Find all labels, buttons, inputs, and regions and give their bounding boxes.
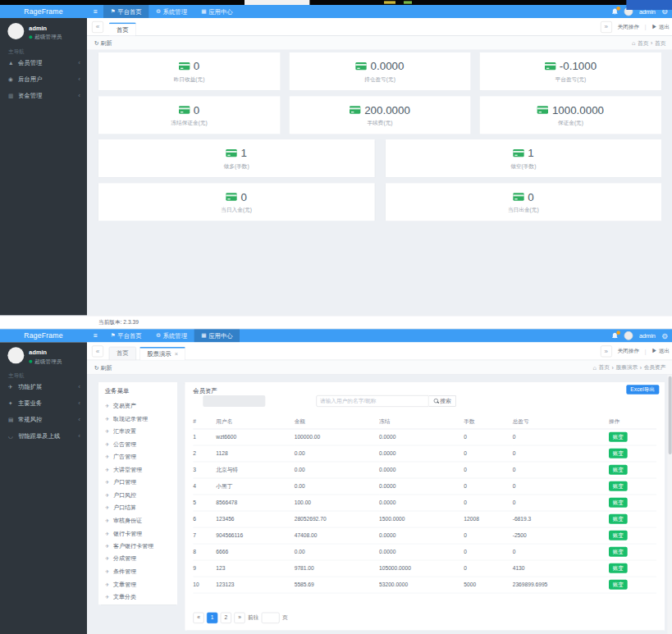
nav-item-apps[interactable]: ▦应用中心 [194,5,240,18]
user-avatar[interactable] [7,23,24,39]
settings-gear-icon[interactable]: ⚙ [661,331,668,340]
gear-icon: ⚙ [156,5,161,18]
close-actions-button[interactable]: 关闭操作 [617,347,639,354]
brand-logo[interactable]: RageFrame [0,329,87,342]
refresh-icon: ↻ [94,364,99,371]
member-menu-item[interactable]: ✈分成管理 [105,553,177,566]
tab-scroll-right[interactable]: » [601,21,612,33]
menu-bullet-icon: ✈ [105,416,110,422]
account-change-button[interactable]: 账变 [609,547,628,557]
member-menu-item[interactable]: ✈户口风控 [105,489,177,502]
refresh-button[interactable]: ↻ 刷新 [94,36,112,50]
navbar-username[interactable]: admin [639,332,656,339]
tab-home[interactable]: 首页 [109,347,136,361]
top-navbar: RageFrame ≡ ⚑平台首页 ⚙系统管理 ▦应用中心 admin ⚙ [0,329,672,342]
member-menu-item[interactable]: ✈户口结算 [105,502,177,515]
scrollbar[interactable] [667,375,672,634]
sidebar-item-smart-follow[interactable]: ◡智能跟单及上线‹ [0,427,87,444]
hamburger-icon[interactable]: ≡ [87,5,103,18]
tab-home[interactable]: 首页 [109,22,136,36]
member-assets-table: # 用户名 金额 冻结 手数 总盈亏 操作 1 wzt6600 100000.0… [193,414,656,593]
user-name: admin [29,25,62,31]
account-change-button[interactable]: 账变 [609,432,628,442]
chevron-left-icon: ‹ [78,75,80,83]
user-avatar[interactable] [7,347,24,363]
nav-item-platform-home[interactable]: ⚑平台首页 [103,5,149,18]
exit-button[interactable]: ▶ 退出 [651,347,670,354]
hamburger-icon[interactable]: ≡ [87,329,103,342]
tab-scroll-right[interactable]: » [601,345,612,357]
account-change-button[interactable]: 账变 [609,514,628,524]
exit-button[interactable]: ▶ 退出 [651,23,670,30]
member-menu-item[interactable]: ✈审核身份证 [105,514,177,527]
goto-page-input[interactable] [262,613,280,623]
user-role: 超级管理员 [34,358,62,365]
page-1[interactable]: 1 [207,613,217,623]
filter-input-disabled[interactable] [203,395,265,407]
account-change-button[interactable]: 账变 [609,563,628,573]
member-menu-title: 业务菜单 [105,387,177,395]
table-row: 8 6666 0.00 0.0000 0 0 账变 [193,544,656,560]
account-change-button[interactable]: 账变 [609,580,628,590]
member-menu-item[interactable]: ✈户口管理 [105,477,177,490]
account-change-button[interactable]: 账变 [609,531,628,540]
sidebar-item-risk-control[interactable]: ▤常规风控‹ [0,411,87,427]
member-menu-item[interactable]: ✈交易资产 [105,399,177,413]
bell-icon[interactable] [612,332,619,340]
nav-item-system[interactable]: ⚙系统管理 [149,5,194,18]
tab-scroll-left[interactable]: « [92,345,103,357]
menu-bullet-icon: ✈ [105,454,110,460]
account-change-button[interactable]: 账变 [609,465,628,475]
stat-card-today-withdraw: 0 当日出金(元) [386,183,661,221]
online-status-dot [29,360,32,363]
avatar[interactable] [624,331,633,340]
sidebar-item-backend-users[interactable]: ◉后台用户‹ [0,71,87,88]
sidebar: admin 超级管理员 主导航 ✈功能扩展‹ ✦主要业务‹ ▤常规风控‹ ◡智能… [0,342,87,634]
table-row: 1 wzt6600 100000.00 0.0000 0 0 账变 [193,429,656,445]
menu-bullet-icon: ✈ [105,404,110,409]
nav-item-platform-home[interactable]: ⚑平台首页 [103,329,149,342]
sidebar-item-members[interactable]: ▲会员管理‹ [0,55,87,71]
member-menu-item[interactable]: ✈文章管理 [105,578,177,591]
stat-card-position-pl: 0.0000 持仓盈亏(元) [289,52,470,90]
sidebar-item-main-business[interactable]: ✦主要业务‹ [0,395,87,411]
search-button[interactable]: 搜索 [429,395,456,407]
credit-card-icon [513,193,523,200]
member-menu-item[interactable]: ✈客户银行卡管理 [105,540,177,553]
assets-panel-title: 会员资产 [193,386,217,395]
sidebar-item-funds[interactable]: ▥资金管理‹ [0,88,87,104]
table-row: 5 8566478 100.00 0.0000 0 0 账变 [193,495,656,511]
member-menu-item[interactable]: ✈文章分类 [105,591,177,604]
sidebar: admin 超级管理员 主导航 ▲会员管理‹ ◉后台用户‹ ▥资金管理‹ [0,18,87,316]
member-menu-item[interactable]: ✈大讲堂管理 [105,463,177,477]
tab-stock-demo[interactable]: 股票演示× [139,347,185,361]
stat-card-frozen-margin: 0 冻结保证金(元) [98,96,280,134]
excel-export-button[interactable]: Excel导出 [626,385,659,394]
page-next[interactable]: » [234,613,245,623]
page-prev[interactable]: « [193,613,203,623]
member-menu-item[interactable]: ✈公告管理 [105,438,177,451]
tab-scroll-left[interactable]: « [92,21,103,33]
nav-item-system[interactable]: ⚙系统管理 [149,329,194,342]
member-menu-item[interactable]: ✈银行卡管理 [105,527,177,540]
account-change-button[interactable]: 账变 [609,449,628,458]
close-actions-button[interactable]: 关闭操作 [617,23,639,30]
member-menu-item[interactable]: ✈条件管理 [105,565,177,578]
page-2[interactable]: 2 [221,613,231,623]
refresh-button[interactable]: ↻ 刷新 [94,360,112,374]
member-menu-item[interactable]: ✈取现记录管理 [105,413,177,426]
member-menu-item[interactable]: ✈广告管理 [105,450,177,463]
bell-icon[interactable] [612,8,619,16]
sidebar-item-extensions[interactable]: ✈功能扩展‹ [0,378,87,395]
scrollbar-thumb[interactable] [668,376,671,454]
nav-item-apps[interactable]: ▦应用中心 [194,329,240,342]
account-change-button[interactable]: 账变 [609,481,628,491]
toolbar: ↻ 刷新 ⌂ 首页›股票演示›会员资产 [87,360,672,374]
table-row: 3 北京与特 0.00 0.0000 0 0 账变 [193,462,656,478]
search-input[interactable] [316,395,428,407]
menu-bullet-icon: ✈ [105,518,110,524]
account-change-button[interactable]: 账变 [609,498,628,508]
member-menu-item[interactable]: ✈汇率设置 [105,425,177,438]
brand-logo[interactable]: RageFrame [0,5,87,18]
close-tab-icon[interactable]: × [175,349,178,360]
